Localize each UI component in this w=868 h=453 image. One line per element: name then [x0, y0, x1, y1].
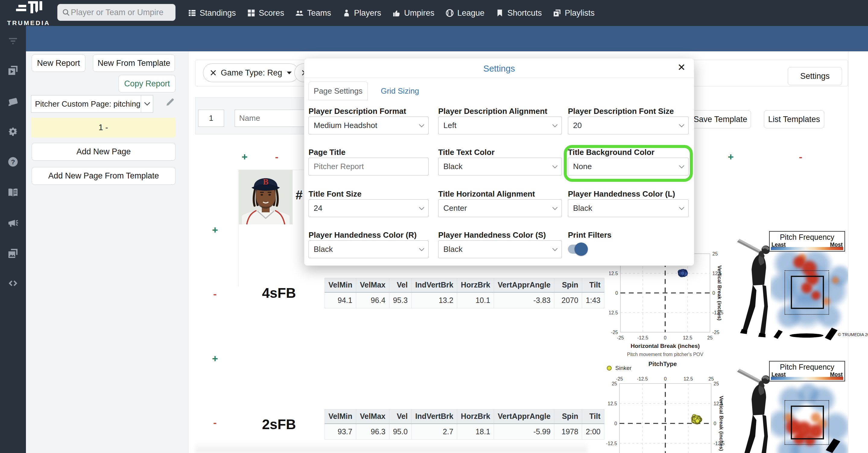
add-row-button[interactable]: +	[212, 353, 218, 364]
nav-item-shortcuts[interactable]: Shortcuts	[495, 8, 542, 18]
chevron-down-icon	[675, 206, 688, 210]
search-input[interactable]	[70, 7, 171, 18]
remove-row-button[interactable]: -	[213, 417, 217, 428]
nav-item-league[interactable]: League	[445, 8, 484, 18]
gallery-icon	[7, 247, 19, 259]
settings-button[interactable]: Settings	[788, 67, 842, 85]
close-icon[interactable]: ✕	[677, 62, 685, 72]
rail-book-icon[interactable]	[7, 186, 19, 198]
standings-icon	[188, 8, 197, 18]
page-number-input[interactable]	[198, 110, 224, 127]
svg-text:25: 25	[612, 381, 617, 386]
field-select[interactable]: Center	[438, 199, 562, 217]
page-list-item-1[interactable]: 1 -	[31, 118, 176, 137]
global-search[interactable]	[57, 4, 176, 21]
filter-chip-game-type[interactable]: Game Type: Reg	[203, 63, 299, 82]
field-select[interactable]: Black	[438, 158, 562, 175]
nav-item-scores[interactable]: Scores	[247, 8, 284, 18]
scores-icon	[247, 8, 256, 18]
nav-item-umpires[interactable]: Umpires	[392, 8, 435, 18]
svg-text:12.5: 12.5	[683, 376, 693, 381]
pitch-type-label: 2sFB	[238, 409, 320, 440]
trumedia-app: TRUMEDIA StandingsScoresTeamsPlayersUmpi…	[0, 0, 868, 453]
tab-page-settings[interactable]: Page Settings	[309, 82, 368, 100]
pitch-table-header: HorzBrk	[457, 409, 494, 424]
save-template-button[interactable]: Save Template	[690, 110, 751, 129]
field-text-input[interactable]: Pitcher Report	[309, 158, 429, 175]
svg-text:0: 0	[664, 376, 667, 381]
chevron-down-icon	[415, 206, 428, 210]
field-select[interactable]: Black	[309, 240, 429, 258]
top-navbar: TRUMEDIA StandingsScoresTeamsPlayersUmpi…	[0, 0, 868, 26]
close-icon[interactable]	[210, 69, 217, 76]
add-new-page-from-template-button[interactable]: Add New Page From Template	[32, 167, 176, 185]
rail-gear-icon[interactable]	[7, 125, 19, 137]
pitch-table-cell: 95.0	[389, 424, 411, 440]
rail-whiteboard-icon[interactable]	[7, 95, 19, 108]
players-icon	[342, 8, 351, 18]
field-select[interactable]: None	[568, 158, 688, 175]
rail-megaphone-icon[interactable]	[7, 217, 19, 229]
nav-item-standings[interactable]: Standings	[188, 8, 236, 18]
new-report-button[interactable]: New Report	[32, 54, 85, 72]
field-select[interactable]: 20	[568, 117, 688, 134]
add-column-button[interactable]: +	[728, 151, 734, 162]
rail-gallery-icon[interactable]	[7, 247, 19, 259]
pitch-stats-table: VelMinVelMaxVelIndVertBrkHorzBrkVertAppr…	[324, 409, 604, 440]
pitch-table-cell: 2.7	[411, 424, 457, 440]
field-select[interactable]: Medium Headshot	[309, 117, 429, 134]
nav-item-label: League	[457, 8, 484, 18]
print-filters-toggle[interactable]	[568, 245, 587, 254]
chevron-down-icon	[548, 124, 562, 128]
pitch-table-header: Tilt	[582, 278, 604, 292]
pitch-frequency-legend: Pitch FrequencyLeastMost	[769, 361, 845, 381]
nav-item-label: Teams	[307, 8, 331, 18]
pitch-table-header: HorzBrk	[457, 278, 494, 292]
rail-video-playlist-icon[interactable]	[7, 64, 19, 77]
add-row-button[interactable]: +	[212, 225, 218, 235]
field-select-value: 20	[568, 121, 675, 130]
list-templates-button[interactable]: List Templates	[764, 110, 824, 129]
svg-text:?: ?	[11, 158, 15, 166]
add-new-page-button[interactable]: Add New Page	[32, 143, 176, 161]
primary-nav: StandingsScoresTeamsPlayersUmpiresLeague…	[188, 0, 594, 26]
add-column-button[interactable]: +	[242, 151, 248, 162]
copy-report-button[interactable]: Copy Report	[119, 75, 176, 92]
rail-help-icon[interactable]: ?	[7, 156, 19, 168]
nav-item-players[interactable]: Players	[342, 8, 381, 18]
field-select[interactable]: Left	[438, 117, 562, 134]
edit-pencil-icon[interactable]	[165, 97, 175, 108]
nav-item-playlists[interactable]: Playlists	[553, 8, 594, 18]
nav-item-label: Playlists	[565, 8, 594, 18]
field-select[interactable]: Black	[568, 199, 688, 217]
field-select[interactable]: 24	[309, 199, 429, 217]
remove-column-button[interactable]: -	[799, 151, 802, 162]
rail-filter-icon[interactable]	[7, 34, 19, 47]
pitch-table-cell: 10.1	[457, 292, 494, 308]
legend-gradient-bar	[771, 247, 843, 250]
svg-text:0: 0	[614, 421, 617, 426]
svg-text:-25: -25	[616, 376, 623, 381]
umpires-icon	[392, 8, 401, 18]
rail-code-icon[interactable]	[7, 277, 19, 289]
remove-column-button[interactable]: -	[275, 151, 278, 162]
caret-down-icon	[286, 71, 292, 75]
tab-grid-sizing[interactable]: Grid Sizing	[377, 82, 423, 100]
report-select[interactable]: Pitcher Custom Page: pitching -...	[31, 95, 153, 113]
field-select[interactable]: Black	[438, 240, 562, 258]
strike-zone-extended	[784, 400, 829, 445]
field-label: Title Background Color	[568, 148, 688, 158]
new-from-template-button[interactable]: New From Template	[93, 54, 175, 72]
trumedia-logo[interactable]: TRUMEDIA	[3, 1, 54, 26]
pitch-stats-table: VelMinVelMaxVelIndVertBrkHorzBrkVertAppr…	[324, 278, 604, 308]
remove-row-button[interactable]: -	[213, 289, 217, 299]
book-icon	[7, 186, 19, 198]
nav-item-teams[interactable]: Teams	[295, 8, 331, 18]
pitch-table-cell: 93.7	[325, 424, 356, 440]
chevron-down-icon	[415, 124, 428, 128]
filter-chip-label: Game Type: Reg	[221, 68, 282, 78]
settings-field-player-handedness-color-r-: Player Handedness Color (R)Black	[309, 230, 429, 258]
whiteboard-icon	[7, 95, 19, 108]
pitch-table-cell: 96.4	[356, 292, 390, 308]
search-icon	[62, 8, 70, 17]
